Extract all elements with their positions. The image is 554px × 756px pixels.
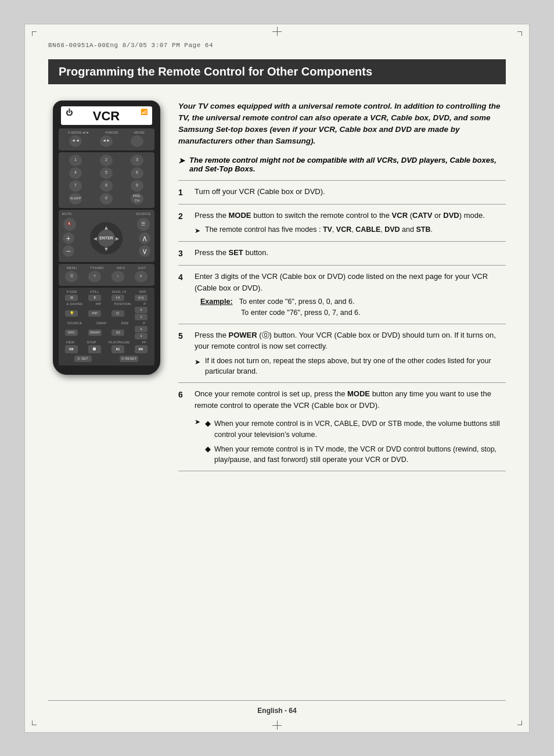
btn-7[interactable]: 7	[69, 180, 82, 192]
step-6-num: 6	[178, 388, 195, 465]
pos-btn[interactable]: ⊡	[111, 310, 124, 317]
psize-label: P.SIZE	[66, 290, 77, 293]
nav-section: MUTE 🔇 + − SOURCE ☰ ∧ ∨	[59, 210, 154, 262]
numpad-row-3: 7 8 9	[60, 180, 153, 192]
channel-btns: ∧ ∨	[138, 232, 151, 257]
step-1-num: 1	[178, 186, 195, 199]
step-1-text: Turn off your VCR (Cable box or DVD).	[195, 187, 325, 196]
exit-btn[interactable]: X	[135, 271, 148, 282]
nav-down[interactable]: ▼	[103, 246, 109, 252]
step-5-num: 5	[178, 329, 195, 378]
page-title: Programming the Remote Control for Other…	[48, 59, 506, 84]
pmode-btn[interactable]: ◄►	[100, 135, 113, 147]
bullet-1: ◆ When your remote control is in VCR, CA…	[205, 418, 506, 440]
esaving-row-labels: E.SAVING PIP POSITION P	[60, 302, 153, 306]
vol-down-btn[interactable]: −	[63, 245, 74, 257]
step-5-note-text: If it does not turn on, repeat the steps…	[205, 356, 506, 378]
crosshair-bottom	[272, 721, 282, 730]
p2-btns: ∧ ∨	[135, 326, 148, 339]
example-line-1: To enter code "6", press 0, 0, and 6.	[239, 298, 355, 306]
btn-prech[interactable]: PRE-CH	[131, 193, 143, 205]
btn-0[interactable]: 0	[100, 193, 113, 205]
source2-btn[interactable]: SRC	[65, 329, 78, 336]
exit-label: EXIT	[138, 266, 146, 270]
p2-up-btn[interactable]: ∧	[135, 326, 148, 332]
nav-up[interactable]: ▲	[103, 224, 109, 231]
source2-label: SOURCE	[67, 321, 82, 325]
corner-mark-bl	[32, 721, 37, 725]
step-2-note: ➤ The remote control has five modes : TV…	[195, 224, 506, 236]
dual-btn[interactable]: I-II	[111, 295, 124, 301]
btn-sleep[interactable]: SLEEP	[69, 193, 82, 205]
step-6-note-1-arrow: ➤	[195, 417, 200, 465]
size-label: SIZE	[121, 321, 128, 325]
transport-labels: REW STOP PLAY/PAUSE FF	[60, 341, 153, 344]
remote-illustration-column: ⏻ VCR 📶 S.MODE◄/► P.MODE MODE ◄◄ ◄►	[48, 101, 164, 472]
smode-btn[interactable]: ◄◄	[69, 135, 82, 147]
step-4-text: Enter 3 digits of the VCR (Cable box or …	[195, 272, 488, 292]
still-btn[interactable]: ⏸	[88, 295, 101, 301]
step-6: 6 Once your remote control is set up, pr…	[178, 383, 506, 471]
esaving-btn[interactable]: 💡	[65, 310, 78, 317]
srs-label: SRS	[139, 290, 146, 293]
vcr-top-btns: ⊞ ⏸ I-II ((•))	[60, 295, 153, 301]
btn-6[interactable]: 6	[131, 167, 143, 179]
bullet-1-text: When your remote control is in VCR, CABL…	[214, 418, 506, 440]
btn-9[interactable]: 9	[131, 180, 143, 192]
menu-btn[interactable]: ☰	[65, 271, 78, 282]
corner-mark-tr	[517, 31, 522, 36]
rew-btn[interactable]: ⏮	[65, 345, 78, 353]
rew-label: REW	[66, 341, 74, 344]
ttx-labels: MENU TTX/MIX INFO EXIT	[60, 266, 153, 270]
psize-btn[interactable]: ⊞	[65, 295, 78, 301]
source-btn[interactable]: ☰	[137, 218, 150, 231]
mode-btn[interactable]	[131, 135, 143, 147]
mode-btn-row: ◄◄ ◄►	[60, 135, 153, 147]
example-line-2: To enter code "76", press 0, 7, and 6.	[241, 309, 361, 317]
play-pause-btn[interactable]: ⏯	[111, 345, 124, 353]
enter-btn[interactable]: ENTER	[98, 230, 115, 247]
step-5-content: Press the POWER (⓪) button. Your VCR (Ca…	[195, 329, 506, 378]
main-content: ⏻ VCR 📶 S.MODE◄/► P.MODE MODE ◄◄ ◄►	[48, 101, 506, 472]
set-btn[interactable]: ⊙ SET	[74, 356, 92, 362]
p-down-btn[interactable]: ∨	[135, 314, 148, 320]
step-5-note: ➤ If it does not turn on, repeat the ste…	[195, 356, 506, 378]
p-up-btn[interactable]: ∧	[135, 307, 148, 313]
step-5-note-arrow: ➤	[195, 357, 200, 378]
btn-1[interactable]: 1	[69, 155, 82, 166]
pip-btn[interactable]: PIP	[88, 310, 101, 317]
file-meta: BN68-00951A-00Eng 8/3/05 3:07 PM Page 64	[48, 42, 506, 49]
reset-btn[interactable]: ⊙ RESET	[120, 356, 139, 362]
step-2: 2 Press the MODE button to switch the re…	[178, 205, 506, 242]
btn-2[interactable]: 2	[100, 155, 113, 166]
ttx-btn[interactable]: T	[88, 271, 101, 282]
ff-btn[interactable]: ⏭	[135, 345, 148, 353]
mute-btn[interactable]: 🔇	[63, 218, 76, 231]
info-label: INFO	[117, 266, 125, 270]
srs-btn[interactable]: ((•))	[135, 295, 148, 301]
play-label: PLAY/PAUSE	[109, 341, 129, 344]
page: BN68-00951A-00Eng 8/3/05 3:07 PM Page 64…	[24, 24, 530, 733]
intro-note: ➤ The remote control might not be compat…	[178, 156, 506, 173]
btn-8[interactable]: 8	[100, 180, 113, 192]
info-btn[interactable]: i	[111, 271, 124, 282]
swap-btn[interactable]: SWAP	[88, 329, 102, 336]
bullet-2: ◆ When your remote control is in TV mode…	[205, 444, 506, 466]
btn-4[interactable]: 4	[69, 167, 82, 179]
set-reset-row: ⊙ SET ⊙ RESET	[60, 356, 153, 362]
steps-list: 1 Turn off your VCR (Cable box or DVD). …	[178, 180, 506, 472]
intro-paragraph: Your TV comes equipped with a universal …	[178, 101, 506, 148]
stop-btn[interactable]: ⏹	[88, 345, 101, 353]
bullet-2-text: When your remote control is in TV mode, …	[214, 444, 506, 466]
p2-down-btn[interactable]: ∨	[135, 333, 148, 339]
ch-down-btn[interactable]: ∨	[139, 245, 150, 257]
volume-btns: + −	[62, 232, 75, 257]
nav-left[interactable]: ◄	[92, 235, 98, 241]
step-3: 3 Press the SET button.	[178, 242, 506, 266]
vol-up-btn[interactable]: +	[63, 232, 74, 244]
size2-btn[interactable]: SZ	[111, 329, 124, 336]
ch-up-btn[interactable]: ∧	[139, 232, 150, 244]
btn-3[interactable]: 3	[131, 155, 143, 166]
nav-right[interactable]: ►	[114, 235, 120, 241]
btn-5[interactable]: 5	[100, 167, 113, 179]
